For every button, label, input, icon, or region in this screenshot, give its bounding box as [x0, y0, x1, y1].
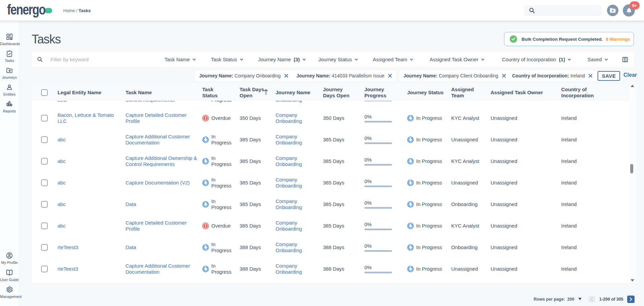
svg-text:fenergo: fenergo: [7, 1, 46, 17]
